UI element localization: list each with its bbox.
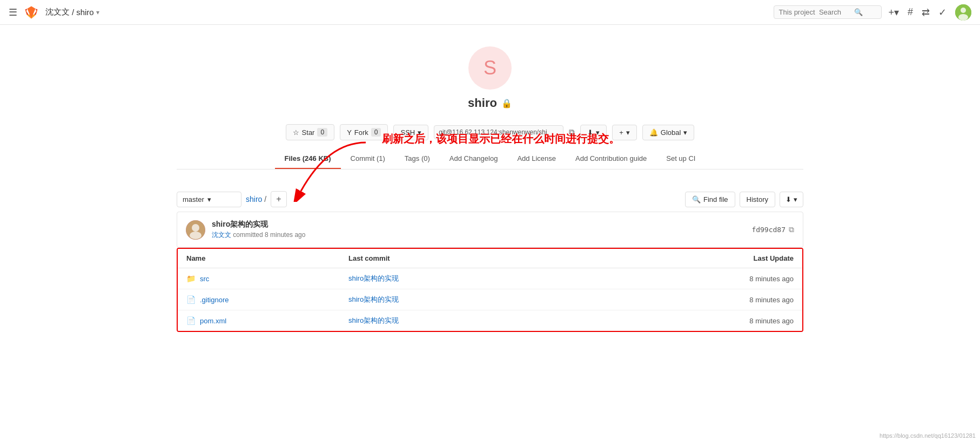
download-button[interactable]: ⬇ ▾	[580, 125, 607, 140]
chevron-down-icon[interactable]: ▾	[96, 9, 99, 16]
lock-icon: 🔒	[501, 98, 512, 108]
file-table-wrapper: Name Last commit Last Update 📁 src shiro…	[177, 248, 803, 332]
add-chevron-icon: ▾	[626, 128, 630, 137]
merge-icon[interactable]: ⇄	[922, 6, 930, 18]
branch-path-link[interactable]: shiro	[246, 195, 262, 203]
project-search[interactable]: 🔍	[774, 5, 882, 19]
tab-commit[interactable]: Commit (1)	[341, 149, 395, 169]
table-row: 📄 pom.xml shiro架构的实现 8 minutes ago	[178, 310, 802, 331]
copy-ssh-button[interactable]: ⧉	[569, 127, 575, 137]
folder-icon: 📁	[186, 274, 196, 283]
hash-icon[interactable]: #	[908, 6, 913, 18]
commit-info: shiro架构的实现 沈文文 committed 8 minutes ago	[212, 220, 745, 240]
add-files-button[interactable]: + ▾	[612, 125, 637, 140]
fork-count: 0	[371, 128, 381, 137]
search-icon-find: 🔍	[692, 195, 701, 203]
ssh-url-input[interactable]	[434, 125, 563, 139]
branch-download-button[interactable]: ⬇ ▾	[780, 192, 803, 207]
tab-license[interactable]: Add License	[507, 149, 566, 169]
path-separator: /	[264, 195, 266, 203]
breadcrumb-separator: /	[72, 8, 74, 17]
col-name-header: Name	[186, 254, 348, 262]
find-file-label: Find file	[703, 195, 728, 203]
file-icon: 📄	[186, 295, 196, 304]
search-icon: 🔍	[854, 8, 863, 16]
global-label: Global	[661, 128, 681, 137]
logo	[24, 5, 39, 20]
table-row: 📁 src shiro架构的实现 8 minutes ago	[178, 268, 802, 289]
file-icon: 📄	[186, 316, 196, 325]
gitlab-logo	[24, 5, 39, 20]
add-path-button[interactable]: +	[271, 191, 286, 207]
tab-contribution-label: Add Contribution guide	[575, 154, 647, 162]
page-content: S shiro 🔒 ☆ Star 0 Y Fork 0 SSH ▾ ⧉ ⬇ ▾ …	[166, 25, 814, 343]
download-chevron-icon: ▾	[596, 128, 600, 137]
commit-author-link[interactable]: 沈文文	[212, 231, 231, 239]
commit-time: 8 minutes ago	[265, 231, 305, 239]
tab-license-label: Add License	[517, 154, 556, 162]
ssh-button[interactable]: SSH ▾	[393, 125, 428, 140]
commit-meta: 沈文文 committed 8 minutes ago	[212, 230, 745, 240]
commit-hash-value: fd99cd87	[751, 226, 786, 234]
fork-icon: Y	[347, 128, 352, 137]
check-icon[interactable]: ✓	[938, 6, 947, 18]
tab-contribution[interactable]: Add Contribution guide	[566, 149, 656, 169]
branch-right: 🔍 Find file History ⬇ ▾	[685, 192, 803, 207]
tab-files[interactable]: Files (246 KB)	[275, 149, 341, 169]
plus-icon[interactable]: +▾	[888, 6, 899, 18]
ssh-label: SSH	[400, 128, 415, 137]
copy-hash-button[interactable]: ⧉	[789, 225, 794, 234]
user-avatar-img	[955, 4, 971, 21]
hamburger-icon[interactable]: ☰	[9, 6, 17, 18]
commit-author-avatar	[186, 220, 205, 240]
file-link-src[interactable]: src	[200, 275, 209, 283]
branch-row: master ▾ shiro / + 🔍 Find file History ⬇…	[177, 191, 803, 207]
download-branch-icon: ⬇	[786, 195, 791, 203]
project-header: S shiro 🔒	[177, 36, 803, 116]
breadcrumb: 沈文文 / shiro ▾	[45, 7, 99, 17]
tab-changelog[interactable]: Add Changelog	[440, 149, 508, 169]
file-commit-src: shiro架构的实现	[348, 274, 686, 283]
history-button[interactable]: History	[740, 192, 775, 207]
fork-button[interactable]: Y Fork 0	[340, 124, 388, 140]
tabs-row: Files (246 KB) Commit (1) Tags (0) Add C…	[177, 149, 803, 169]
file-commit-gitignore: shiro架构的实现	[348, 295, 686, 304]
avatar[interactable]	[955, 4, 971, 21]
commit-link-src[interactable]: shiro架构的实现	[348, 274, 399, 282]
tab-commit-label: Commit (1)	[351, 154, 385, 162]
star-button[interactable]: ☆ Star 0	[286, 124, 335, 140]
col-last-update-header: Last Update	[686, 254, 794, 262]
commit-action-text: committed	[233, 231, 263, 239]
star-count: 0	[317, 128, 327, 137]
svg-point-1	[961, 8, 966, 13]
svg-point-6	[190, 232, 202, 239]
commit-avatar	[186, 220, 205, 240]
file-update-src: 8 minutes ago	[686, 275, 794, 283]
file-update-pomxml: 8 minutes ago	[686, 317, 794, 325]
download-icon: ⬇	[587, 128, 593, 137]
commit-link-gitignore[interactable]: shiro架构的实现	[348, 295, 399, 303]
branch-name: master	[183, 195, 204, 203]
commit-message: shiro架构的实现	[212, 220, 745, 229]
tab-changelog-label: Add Changelog	[449, 154, 498, 162]
notification-button[interactable]: 🔔 Global ▾	[642, 125, 695, 140]
breadcrumb-user[interactable]: 沈文文	[45, 7, 70, 17]
file-link-pomxml[interactable]: pom.xml	[200, 317, 226, 325]
table-row: 📄 .gitignore shiro架构的实现 8 minutes ago	[178, 289, 802, 310]
search-input[interactable]	[778, 8, 854, 16]
commit-link-pomxml[interactable]: shiro架构的实现	[348, 316, 399, 324]
find-file-button[interactable]: 🔍 Find file	[685, 192, 735, 207]
file-link-gitignore[interactable]: .gitignore	[200, 296, 229, 304]
file-update-gitignore: 8 minutes ago	[686, 296, 794, 304]
branch-selector[interactable]: master ▾	[177, 192, 241, 207]
project-title: shiro 🔒	[177, 96, 803, 110]
tab-ci[interactable]: Set up CI	[656, 149, 705, 169]
breadcrumb-repo[interactable]: shiro	[76, 8, 94, 17]
action-row: ☆ Star 0 Y Fork 0 SSH ▾ ⧉ ⬇ ▾ + ▾ 🔔 Glob…	[177, 124, 803, 140]
file-name-src: 📁 src	[186, 274, 348, 283]
star-icon: ☆	[293, 128, 299, 137]
bell-icon: 🔔	[649, 128, 658, 137]
top-nav: ☰ 沈文文 / shiro ▾ 🔍 +▾ # ⇄ ✓	[0, 0, 980, 25]
tab-tags[interactable]: Tags (0)	[395, 149, 440, 169]
nav-icons: +▾ # ⇄ ✓	[888, 4, 971, 21]
